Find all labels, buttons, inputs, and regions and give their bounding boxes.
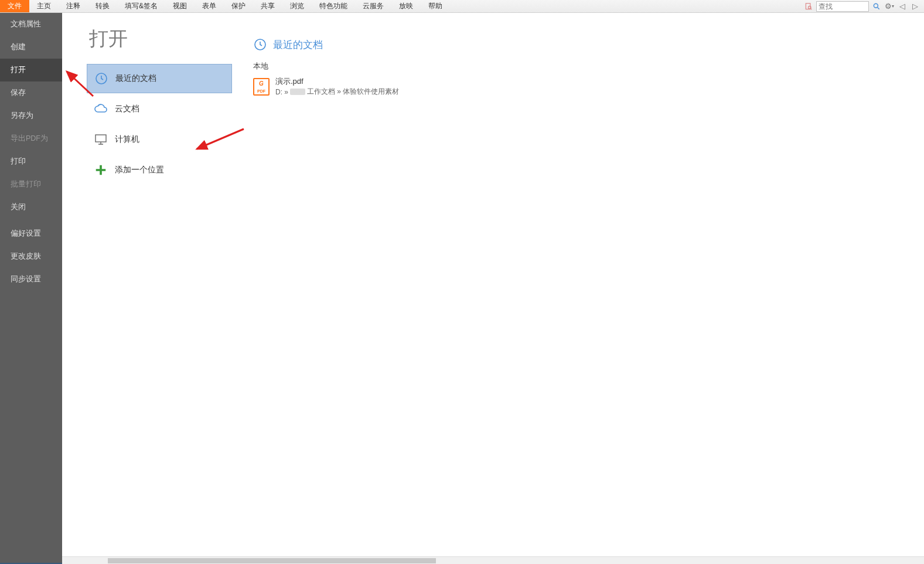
svg-rect-4 [96,135,106,142]
svg-point-2 [874,4,878,8]
search-icon[interactable] [871,1,882,12]
plus-icon [94,163,108,177]
option-label: 最近的文档 [115,73,156,84]
option-cloud[interactable]: 云文档 [87,94,232,124]
option-computer[interactable]: 计算机 [87,125,232,154]
scrollbar-thumb[interactable] [108,558,436,563]
clock-icon [253,38,267,52]
content-area: 打开 最近的文档云文档计算机添加一个位置 最近的文档 本地 PDF演示.pdfD… [62,13,924,564]
sidebar-item-文档属性[interactable]: 文档属性 [0,13,62,36]
menu-主页[interactable]: 主页 [29,0,59,12]
nav-back-icon[interactable]: ◁ [897,1,908,12]
gear-icon[interactable]: ⚙▾ [884,1,895,12]
open-options-panel: 打开 最近的文档云文档计算机添加一个位置 [62,13,232,564]
recent-file-item[interactable]: PDF演示.pdfD: » xx 工作文档 » 体验软件使用素材 [253,75,924,98]
page-title: 打开 [89,26,232,52]
sidebar-item-打开[interactable]: 打开 [0,59,62,81]
menu-保护[interactable]: 保护 [224,0,253,12]
option-recent[interactable]: 最近的文档 [87,64,232,93]
menu-注释[interactable]: 注释 [59,0,88,12]
option-label: 计算机 [115,134,139,145]
recent-header-label: 最近的文档 [273,38,323,52]
sidebar-item-另存为[interactable]: 另存为 [0,104,62,127]
sidebar-item-同步设置[interactable]: 同步设置 [0,268,62,291]
menu-共享[interactable]: 共享 [253,0,282,12]
file-name: 演示.pdf [275,76,399,87]
file-path: D: » xx 工作文档 » 体验软件使用素材 [275,87,399,97]
computer-icon [94,132,108,147]
recent-panel: 最近的文档 本地 PDF演示.pdfD: » xx 工作文档 » 体验软件使用素… [232,13,924,564]
sidebar-item-批量打印[interactable]: 批量打印 [0,173,62,196]
file-sidebar: 文档属性创建打开保存另存为导出PDF为打印批量打印关闭偏好设置更改皮肤同步设置 [0,13,62,564]
sidebar-item-保存[interactable]: 保存 [0,81,62,104]
option-add[interactable]: 添加一个位置 [87,155,232,185]
pdf-file-icon: PDF [253,78,270,96]
menu-表单[interactable]: 表单 [195,0,224,12]
menu-云服务[interactable]: 云服务 [355,0,391,12]
menubar: 文件主页注释转换填写&签名视图表单保护共享浏览特色功能云服务放映帮助⚙▾◁▷ [0,0,924,13]
find-in-doc-icon[interactable] [803,1,814,12]
menu-转换[interactable]: 转换 [88,0,117,12]
menu-特色功能[interactable]: 特色功能 [312,0,355,12]
sidebar-item-偏好设置[interactable]: 偏好设置 [0,222,62,245]
menu-放映[interactable]: 放映 [391,0,421,12]
clock-icon [94,72,108,86]
nav-forward-icon[interactable]: ▷ [910,1,920,12]
sidebar-item-导出PDF为[interactable]: 导出PDF为 [0,127,62,150]
sidebar-item-打印[interactable]: 打印 [0,150,62,173]
sidebar-item-更改皮肤[interactable]: 更改皮肤 [0,245,62,268]
menu-帮助[interactable]: 帮助 [421,0,450,12]
horizontal-scrollbar[interactable] [62,556,924,564]
sidebar-item-关闭[interactable]: 关闭 [0,196,62,219]
option-label: 云文档 [115,104,139,114]
option-label: 添加一个位置 [115,165,164,175]
menu-填写&签名[interactable]: 填写&签名 [117,0,165,12]
cloud-icon [94,102,108,116]
menu-浏览[interactable]: 浏览 [282,0,312,12]
menu-文件[interactable]: 文件 [0,0,29,12]
section-label-local: 本地 [253,61,924,72]
search-input[interactable] [816,1,869,12]
sidebar-item-创建[interactable]: 创建 [0,36,62,59]
menu-视图[interactable]: 视图 [165,0,195,12]
recent-header: 最近的文档 [253,38,924,52]
